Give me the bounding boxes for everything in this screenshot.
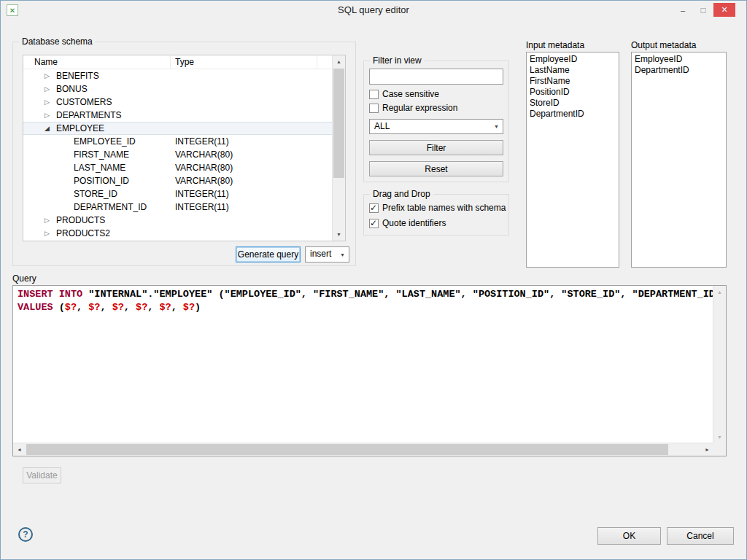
scroll-down-icon[interactable] [713,431,726,443]
query-label: Query [12,273,36,284]
tree-row-employee-id[interactable]: EMPLOYEE_ID INTEGER(11) [23,135,345,148]
filter-scope-value: ALL [374,121,390,131]
chevron-right-icon[interactable] [44,214,55,227]
close-button[interactable]: ✕ [713,3,735,17]
reset-button[interactable]: Reset [369,161,503,176]
scroll-left-icon[interactable] [13,443,26,456]
list-item[interactable]: StoreID [527,98,619,109]
list-item[interactable]: EmployeeID [632,54,726,65]
list-item[interactable]: EmployeeID [527,54,619,65]
chevron-expanded-icon[interactable] [44,122,55,134]
query-type-value: insert [310,249,331,259]
query-type-select[interactable]: insert ▼ [305,246,349,262]
chevron-down-icon: ▼ [494,120,499,133]
filter-input[interactable] [369,69,503,85]
tree-row-employee-selected[interactable]: EMPLOYEE [23,122,345,135]
regex-checkbox[interactable] [369,104,379,113]
chevron-down-icon: ▼ [340,247,345,262]
sql-text: , [124,302,136,313]
list-item[interactable]: PositionID [527,87,619,98]
scrollbar-thumb[interactable] [333,69,344,178]
generate-query-button[interactable]: Generate query [236,246,301,262]
schema-tree[interactable]: Name Type BENEFITS BONUS CUSTOMERS DEPAR… [23,55,346,241]
title-bar[interactable]: ✕ SQL query editor – □ ✕ [1,1,746,21]
query-editor[interactable]: INSERT INTO "INTERNAL"."EMPLOYEE" ("EMPL… [12,285,727,456]
input-metadata-label: Input metadata [526,40,584,50]
scroll-up-icon[interactable] [713,286,726,298]
query-horizontal-scrollbar[interactable] [13,443,713,456]
input-metadata-list[interactable]: EmployeeID LastName FirstName PositionID… [526,52,619,268]
filter-button[interactable]: Filter [369,140,503,155]
sql-text: , [100,302,112,313]
list-item[interactable]: FirstName [527,76,619,87]
drag-drop-legend: Drag and Drop [370,189,433,199]
tree-row-first-name[interactable]: FIRST_NAME VARCHAR(80) [23,148,345,161]
tree-row-products2[interactable]: PRODUCTS2 [23,227,345,240]
sql-parameter: $? [159,301,171,314]
help-button[interactable]: ? [18,527,33,542]
tree-row-position-id[interactable]: POSITION_ID VARCHAR(80) [23,174,345,187]
list-item[interactable]: DepartmentID [632,65,726,76]
sql-keyword: INSERT INTO [18,289,82,300]
scrollbar-corner [713,443,726,456]
tree-row-last-name[interactable]: LAST_NAME VARCHAR(80) [23,161,345,174]
validate-button: Validate [23,467,61,483]
column-header-name[interactable]: Name [23,55,171,69]
regex-row: Regular expression [369,103,457,113]
minimize-button[interactable]: – [673,3,693,17]
sql-text: ( [53,302,65,313]
database-schema-legend: Database schema [19,36,96,47]
ok-button[interactable]: OK [597,527,661,545]
tree-row-products[interactable]: PRODUCTS [23,214,345,227]
scroll-down-icon[interactable] [333,228,345,241]
tree-header: Name Type [23,55,345,69]
tree-row-department-id[interactable]: DEPARTMENT_ID INTEGER(11) [23,201,345,214]
case-sensitive-label: Case sensitive [382,89,439,99]
window-controls: – □ ✕ [673,3,735,17]
sql-parameter: $? [88,301,100,314]
sql-query-editor-window: ✕ SQL query editor – □ ✕ Database schema… [0,0,747,560]
app-icon: ✕ [7,4,18,16]
list-item[interactable]: LastName [527,65,619,76]
sql-keyword: VALUES [18,302,53,313]
tree-row-departments[interactable]: DEPARTMENTS [23,109,345,122]
cancel-button[interactable]: Cancel [667,527,734,545]
filter-legend: Filter in view [370,55,425,66]
chevron-right-icon[interactable] [44,109,55,122]
quote-checkbox[interactable] [369,219,379,228]
sql-text: "INTERNAL"."EMPLOYEE" ("EMPLOYEE_ID", "F… [82,289,713,300]
filter-scope-select[interactable]: ALL ▼ [369,119,503,134]
prefix-row: Prefix table names with schema [369,203,506,213]
tree-row-customers[interactable]: CUSTOMERS [23,96,345,109]
tree-vertical-scrollbar[interactable] [332,55,345,241]
chevron-right-icon[interactable] [44,96,55,109]
window-title: SQL query editor [1,1,746,20]
prefix-checkbox[interactable] [369,203,379,213]
tree-row-benefits[interactable]: BENEFITS [23,69,345,82]
scroll-up-icon[interactable] [333,55,345,68]
query-line: VALUES ($?, $?, $?, $?, $?, $?) [18,301,709,314]
sql-parameter: $? [136,301,147,314]
tree-row-store-id[interactable]: STORE_ID INTEGER(11) [23,187,345,201]
sql-parameter: $? [183,301,195,314]
tree-row-bonus[interactable]: BONUS [23,82,345,96]
query-text[interactable]: INSERT INTO "INTERNAL"."EMPLOYEE" ("EMPL… [13,286,713,443]
query-line: INSERT INTO "INTERNAL"."EMPLOYEE" ("EMPL… [18,288,709,301]
regex-label: Regular expression [382,103,457,113]
sql-text: , [147,302,159,313]
sql-text: , [77,302,88,313]
drag-drop-group: Drag and Drop [363,194,509,236]
maximize-button[interactable]: □ [693,3,713,17]
case-sensitive-checkbox[interactable] [369,90,379,99]
scroll-right-icon[interactable] [701,443,713,456]
chevron-right-icon[interactable] [44,82,55,96]
column-header-type[interactable]: Type [171,55,317,69]
output-metadata-list[interactable]: EmployeeID DepartmentID [631,52,727,268]
sql-parameter: $? [112,301,124,314]
list-item[interactable]: DepartmentID [527,109,619,120]
chevron-right-icon[interactable] [44,69,55,82]
scrollbar-thumb[interactable] [26,444,668,455]
query-vertical-scrollbar[interactable] [713,286,726,443]
chevron-right-icon[interactable] [44,227,55,240]
prefix-label: Prefix table names with schema [382,203,506,213]
